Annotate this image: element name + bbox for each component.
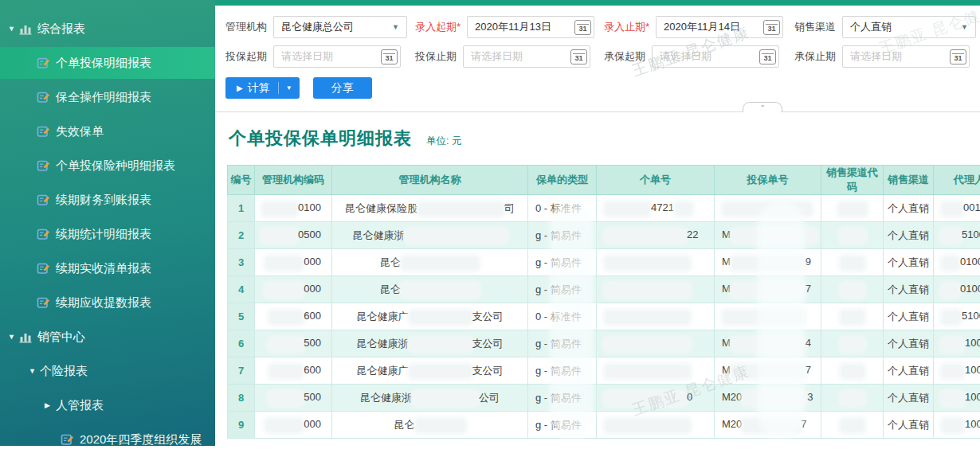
sidebar-item[interactable]: 失效保单 bbox=[0, 115, 215, 147]
sidebar-item[interactable]: ▼综合报表 bbox=[0, 13, 215, 45]
cell-type: g - 简易件 bbox=[528, 357, 597, 385]
column-header: 保单的类型 bbox=[528, 166, 597, 195]
entry-start-date-input[interactable]: 2020年11月13日 31 bbox=[467, 16, 594, 38]
cell-app_no bbox=[715, 303, 821, 330]
share-button[interactable]: 分享 bbox=[313, 77, 372, 99]
cell-app_no: M9 bbox=[715, 249, 821, 276]
cell-channel: 个人直销 bbox=[884, 357, 934, 385]
redacted-value bbox=[402, 284, 478, 296]
cell-channel_code bbox=[821, 222, 884, 249]
table-row[interactable]: 10100昆仑健康保险股司0 - 标准件4721个人直销00100 bbox=[228, 195, 980, 222]
cell-type: 0 - 标准件 bbox=[528, 303, 597, 330]
calendar-icon[interactable]: 31 bbox=[950, 49, 966, 64]
filter-label: 销售渠道 bbox=[794, 20, 836, 34]
apply-start-date-input[interactable]: 请选择日期 31 bbox=[273, 45, 401, 68]
chevron-down-icon[interactable]: ▼ bbox=[385, 23, 406, 31]
calendar-icon[interactable]: 31 bbox=[574, 20, 591, 35]
calendar-icon[interactable]: 31 bbox=[570, 49, 587, 64]
sidebar-item[interactable]: 续期财务到账报表 bbox=[0, 184, 215, 216]
column-header: 代理人 bbox=[934, 166, 980, 195]
calendar-icon[interactable]: 31 bbox=[763, 20, 780, 35]
cell-code: 000 bbox=[255, 249, 332, 276]
calendar-icon[interactable]: 31 bbox=[381, 49, 398, 64]
chevron-down-icon[interactable]: ▼ bbox=[954, 23, 975, 31]
edit-icon bbox=[37, 228, 50, 241]
sidebar-item[interactable]: 个单投保险种明细报表 bbox=[0, 150, 215, 182]
redacted-value bbox=[266, 257, 302, 269]
redacted-value bbox=[406, 230, 506, 242]
cell-type: g - 简易件 bbox=[528, 330, 597, 357]
cell-channel: 个人直销 bbox=[884, 249, 934, 276]
filter-panel: 管理机构 昆仑健康总公司 ▼ 录入起期* 2020年11月13日 31 录入止期… bbox=[215, 6, 980, 68]
collapse-filters-toggle[interactable]: ⌃ bbox=[743, 102, 782, 112]
sidebar-item[interactable]: 保全操作明细报表 bbox=[0, 81, 215, 113]
filter-entry-start: 录入起期* 2020年11月13日 31 bbox=[415, 16, 604, 38]
report-app-page: ▼综合报表个单投保明细报表保全操作明细报表失效保单个单投保险种明细报表续期财务到… bbox=[0, 0, 980, 457]
cell-agent: 100 bbox=[934, 412, 980, 439]
underwrite-end-date-input[interactable]: 请选择日期 31 bbox=[842, 45, 970, 68]
redacted-value bbox=[841, 311, 864, 323]
channel-select[interactable]: 个人直销 ▼ bbox=[842, 16, 976, 38]
sidebar-item[interactable]: ▼销管中心 bbox=[0, 321, 215, 353]
cell-agent: 0100 bbox=[934, 249, 980, 276]
cell-code: 600 bbox=[255, 303, 332, 330]
row-number-cell: 2 bbox=[228, 222, 255, 249]
sidebar-item-label: 续期实收清单报表 bbox=[56, 261, 151, 276]
table-row[interactable]: 4000昆仑g - 简易件M7个人直销0100 bbox=[228, 276, 980, 303]
org-select[interactable]: 昆仑健康总公司 ▼ bbox=[273, 16, 407, 38]
redacted-value bbox=[402, 257, 478, 269]
table-row[interactable]: 5600昆仑健康广支公司0 - 标准件个人直销5100 bbox=[228, 303, 980, 330]
cell-app_no: M207 bbox=[715, 412, 821, 439]
cell-policy_no bbox=[597, 303, 715, 330]
cell-policy_no bbox=[597, 249, 715, 276]
cell-policy_no bbox=[597, 330, 715, 357]
table-row[interactable]: 6500昆仑健康浙支公司g - 简易件M4个人直销100 bbox=[228, 330, 980, 357]
sidebar-item[interactable]: 续期实收清单报表 bbox=[0, 252, 215, 284]
row-number-cell: 7 bbox=[228, 357, 255, 385]
sidebar-item-label: 续期财务到账报表 bbox=[56, 193, 151, 208]
table-row[interactable]: 9000昆仑g - 简易件M207个人直销100 bbox=[228, 412, 980, 439]
cell-channel_code bbox=[821, 249, 884, 276]
sidebar-item[interactable]: ▶人管报表 bbox=[0, 389, 215, 421]
sidebar-item[interactable]: ▼个险报表 bbox=[0, 355, 215, 387]
cell-name: 昆仑健康保险股司 bbox=[332, 195, 528, 222]
redacted-value bbox=[270, 365, 302, 377]
redacted-value bbox=[606, 311, 689, 323]
redacted-value bbox=[841, 284, 864, 296]
redacted-value bbox=[263, 203, 296, 215]
table-row[interactable]: 7600昆仑健康广支公司g - 简易件M7个人直销100 bbox=[228, 357, 980, 385]
sidebar-item[interactable]: 续期应收提数报表 bbox=[0, 287, 215, 318]
cell-channel_code bbox=[821, 330, 884, 357]
cell-channel: 个人直销 bbox=[884, 303, 934, 330]
cell-channel: 个人直销 bbox=[884, 195, 934, 222]
sidebar-item-label: 失效保单 bbox=[56, 124, 104, 139]
cell-channel_code bbox=[821, 412, 884, 439]
cell-policy_no: 4721 bbox=[597, 195, 715, 222]
calendar-icon[interactable]: 31 bbox=[759, 49, 776, 64]
redacted-value bbox=[943, 284, 958, 296]
cell-type: g - 简易件 bbox=[528, 385, 597, 412]
sidebar-item-label: 续期统计明细报表 bbox=[56, 227, 151, 242]
cell-app_no bbox=[715, 195, 821, 222]
apply-end-date-input[interactable]: 请选择日期 31 bbox=[463, 45, 590, 68]
redacted-value bbox=[732, 230, 816, 242]
table-row[interactable]: 8500昆仑健康浙公司g - 简易件0M203个人直销100 bbox=[228, 385, 980, 412]
filter-label: 管理机构 bbox=[225, 20, 267, 34]
table-row[interactable]: 20500昆仑健康浙g - 简易件22M个人直销5100 bbox=[228, 222, 980, 249]
sidebar-item[interactable]: 个单投保明细报表 bbox=[0, 47, 215, 79]
edit-icon bbox=[37, 193, 50, 207]
column-header: 投保单号 bbox=[715, 166, 821, 195]
entry-end-date-input[interactable]: 2020年11月14日 31 bbox=[656, 16, 783, 38]
table-row[interactable]: 3000昆仑g - 简易件M9个人直销0100 bbox=[228, 249, 980, 276]
caret-down-icon: ▼ bbox=[29, 367, 40, 375]
sidebar-item[interactable]: 续期统计明细报表 bbox=[0, 218, 215, 250]
filter-channel: 销售渠道 个人直销 ▼ bbox=[794, 16, 980, 38]
column-header: 管理机构编码 bbox=[255, 166, 332, 195]
sidebar-item[interactable]: 2020年四季度组织发展 bbox=[0, 424, 215, 446]
calculate-button[interactable]: ▶ 计算 ▼ bbox=[225, 77, 300, 99]
calculate-dropdown-caret[interactable]: ▼ bbox=[278, 82, 300, 94]
underwrite-start-date-input[interactable]: 请选择日期 31 bbox=[652, 45, 779, 68]
redacted-value bbox=[732, 338, 804, 350]
cell-channel_code bbox=[821, 276, 884, 303]
redacted-value bbox=[943, 230, 960, 242]
